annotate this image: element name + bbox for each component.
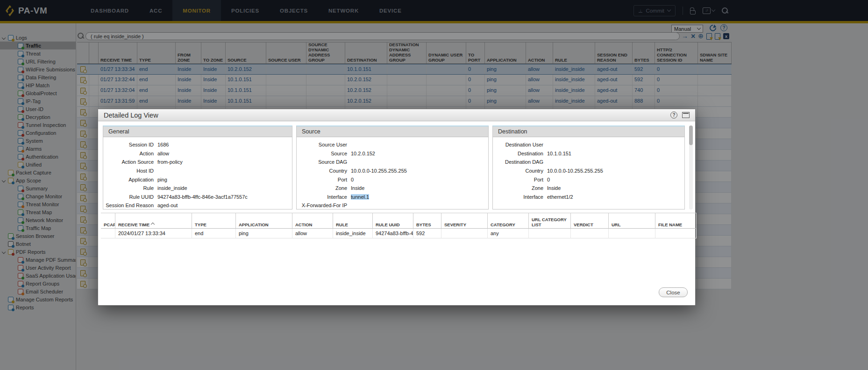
source-panel: Source Source UserSource10.2.0.152Source… — [296, 126, 489, 209]
column-header-category[interactable]: CATEGORY — [488, 213, 529, 228]
field-value: 0 — [351, 177, 354, 182]
field-label: Zone — [297, 185, 347, 191]
general-row-session-end-reason: Session End Reasonaged-out — [103, 201, 292, 209]
field-label: Destination — [493, 151, 543, 156]
general-row-application: Applicationping — [103, 175, 292, 184]
general-row-host-id: Host ID — [103, 167, 292, 175]
cell-receive_time: 2024/01/27 13:33:34 — [115, 229, 192, 238]
cell-category: any — [488, 229, 529, 238]
field-label: X-Forwarded-For IP — [297, 202, 347, 208]
field-label: Session ID — [103, 142, 154, 147]
modal-help-icon[interactable]: ? — [670, 112, 677, 119]
source-row-zone: ZoneInside — [297, 184, 488, 193]
destination-row-interface: Interfaceethernet1/2 — [493, 193, 684, 202]
field-label: Destination User — [493, 142, 543, 147]
related-log-row[interactable]: 2024/01/27 13:33:34endpingallowinside_in… — [101, 229, 697, 238]
general-row-rule-uuid: Rule UUID94274a83-bffb-4ffc-846e-3acf1a7… — [103, 193, 292, 202]
field-label: Rule — [103, 185, 154, 191]
field-label: Source User — [297, 142, 347, 147]
source-panel-title: Source — [297, 126, 488, 137]
field-value: tunnel.1 — [351, 194, 369, 200]
column-header-bytes[interactable]: BYTES — [413, 213, 441, 228]
detailed-log-view-modal: Detailed Log View ? General Session ID16… — [98, 109, 696, 306]
cell-rule_uuid: 94274a83-bffb-4... — [373, 229, 413, 238]
cell-pcap — [101, 229, 115, 238]
field-value: 1686 — [157, 142, 169, 147]
cell-action: allow — [292, 229, 333, 238]
general-row-action-source: Action Sourcefrom-policy — [103, 158, 292, 167]
source-row-source-user: Source User — [297, 140, 488, 149]
field-value: 10.1.0.151 — [547, 151, 571, 156]
source-row-interface: Interfacetunnel.1 — [297, 193, 488, 202]
destination-row-destination-dag: Destination DAG — [493, 158, 684, 167]
field-label: Port — [493, 177, 543, 182]
general-row-session-id: Session ID1686 — [103, 140, 292, 149]
cell-type: end — [192, 229, 236, 238]
field-label: Destination DAG — [493, 159, 543, 165]
field-value: inside_inside — [157, 185, 187, 191]
column-header-severity[interactable]: SEVERITY — [441, 213, 488, 228]
general-row-action: Actionallow — [103, 149, 292, 158]
field-label: Application — [103, 177, 154, 182]
destination-row-destination-user: Destination User — [493, 140, 684, 149]
modal-scrollbar[interactable] — [689, 126, 693, 209]
cell-application: ping — [236, 229, 292, 238]
field-value: 10.0.0.0-10.255.255.255 — [547, 168, 603, 174]
field-value: allow — [157, 151, 169, 156]
field-label: Source DAG — [297, 159, 347, 165]
general-panel: General Session ID1686ActionallowAction … — [103, 126, 292, 209]
field-label: Country — [297, 168, 347, 174]
field-value: 94274a83-bffb-4ffc-846e-3acf1a77557c — [157, 194, 248, 200]
field-label: Interface — [297, 194, 347, 200]
modal-title-bar: Detailed Log View ? — [98, 109, 695, 121]
destination-row-zone: ZoneInside — [493, 184, 684, 193]
cell-bytes: 592 — [413, 229, 441, 238]
pa-vm-app: PA-VM DASHBOARD ACC MONITOR POLICIES OBJ… — [0, 0, 868, 370]
destination-panel-title: Destination — [493, 126, 684, 137]
field-label: Rule UUID — [103, 194, 154, 200]
field-label: Action Source — [103, 159, 154, 165]
cell-url — [609, 229, 655, 238]
field-label: Host ID — [103, 168, 154, 174]
sort-ascending-icon — [151, 223, 155, 226]
destination-row-country: Country10.0.0.0-10.255.255.255 — [493, 167, 684, 175]
destination-panel: Destination Destination UserDestination1… — [492, 126, 685, 209]
source-row-country: Country10.0.0.0-10.255.255.255 — [297, 167, 488, 175]
cell-rule: inside_inside — [333, 229, 373, 238]
source-row-source-dag: Source DAG — [297, 158, 488, 167]
close-button[interactable]: Close — [659, 287, 688, 297]
cell-url_category_list — [529, 229, 571, 238]
modal-window-icon[interactable] — [682, 112, 690, 118]
field-value: 0 — [547, 177, 550, 182]
destination-row-port: Port0 — [493, 175, 684, 184]
field-label: Country — [493, 168, 543, 174]
field-label: Source — [297, 151, 347, 156]
source-row-x-forwarded-for-ip: X-Forwarded-For IP — [297, 201, 488, 209]
column-header-verdict[interactable]: VERDICT — [571, 213, 609, 228]
column-header-rule[interactable]: RULE — [333, 213, 373, 228]
related-logs-header: PCAPRECEIVE TIMETYPEAPPLICATIONACTIONRUL… — [101, 213, 697, 229]
cell-file_name — [655, 229, 697, 238]
field-label: Interface — [493, 194, 543, 200]
field-label: Action — [103, 151, 154, 156]
general-panel-title: General — [103, 126, 292, 137]
field-label: Zone — [493, 185, 543, 191]
column-header-url[interactable]: URL — [609, 213, 655, 228]
field-label: Port — [297, 177, 347, 182]
scrollbar-thumb[interactable] — [689, 126, 693, 145]
field-value: ethernet1/2 — [547, 194, 573, 200]
column-header-url_category_list[interactable]: URL CATEGORY LIST — [529, 213, 571, 228]
column-header-type[interactable]: TYPE — [192, 213, 236, 228]
modal-title: Detailed Log View — [104, 112, 158, 119]
related-logs-table: PCAPRECEIVE TIMETYPEAPPLICATIONACTIONRUL… — [101, 213, 697, 238]
field-value: Inside — [351, 185, 364, 191]
column-header-pcap[interactable]: PCAP — [101, 213, 115, 228]
column-header-rule_uuid[interactable]: RULE UUID — [373, 213, 413, 228]
column-header-receive_time[interactable]: RECEIVE TIME — [115, 213, 192, 228]
column-header-file_name[interactable]: FILE NAME — [655, 213, 697, 228]
modal-panels: General Session ID1686ActionallowAction … — [103, 126, 685, 209]
destination-row-destination: Destination10.1.0.151 — [493, 149, 684, 158]
column-header-action[interactable]: ACTION — [292, 213, 333, 228]
column-header-application[interactable]: APPLICATION — [236, 213, 292, 228]
field-label: Session End Reason — [103, 202, 154, 208]
